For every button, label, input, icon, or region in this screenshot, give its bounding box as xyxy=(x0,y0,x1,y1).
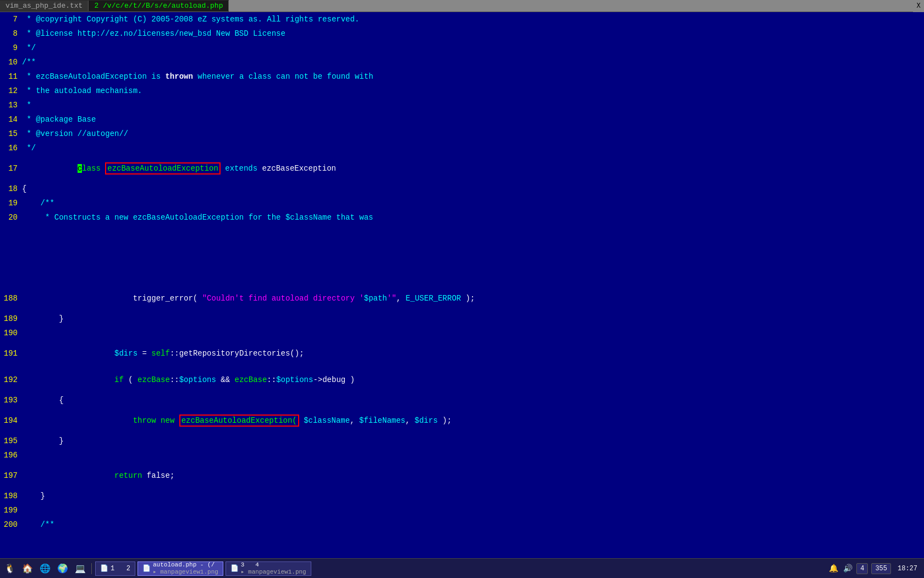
taskbar: 🐧 🏠 🌐 🌍 💻 📄 1 2 📄 autoload.php - (/ ▸ ma… xyxy=(0,558,924,578)
taskbar-separator-1 xyxy=(91,563,92,574)
code-line-195: 195 } xyxy=(0,434,924,448)
tab-autoload[interactable]: 2 /v/c/e/t//B/s/e/autoload.php xyxy=(89,1,229,11)
browser-icon-btn[interactable]: 🌐 xyxy=(37,561,53,576)
top-pane: 7 * @copyright Copyright (C) 2005-2008 e… xyxy=(0,12,924,285)
files-icon-btn[interactable]: 💻 xyxy=(73,561,88,576)
code-line-14: 14 * @package Base xyxy=(0,112,924,127)
tab-vim-ide[interactable]: vim_as_php_ide.txt xyxy=(0,1,89,11)
clock: 18:27 xyxy=(893,565,922,572)
code-line-12: 12 * the autoload mechanism. xyxy=(0,84,924,98)
taskbar-btn-34[interactable]: 📄 3 4 ▸ manpageview1.png xyxy=(226,561,311,576)
taskbar-btn-12[interactable]: 📄 1 2 xyxy=(95,561,135,576)
close-button[interactable]: X xyxy=(913,0,924,12)
highlight-class-name: ezcBaseAutoloadException xyxy=(105,162,221,175)
num-badge-355: 355 xyxy=(875,565,887,572)
code-line-196: 196 xyxy=(0,448,924,462)
tab1-label: vim_as_php_ide.txt xyxy=(6,2,82,10)
code-line-9: 9 */ xyxy=(0,41,924,55)
code-line-198: 198 } xyxy=(0,489,924,503)
titlebar: vim_as_php_ide.txt 2 /v/c/e/t//B/s/e/aut… xyxy=(0,0,924,12)
code-line-19: 19 /** xyxy=(0,196,924,210)
code-line-194: 194 throw new ezcBaseAutoloadException( … xyxy=(0,407,924,434)
taskbar-btn-autoload[interactable]: 📄 autoload.php - (/ ▸ manpageview1.png xyxy=(138,561,223,576)
code-line-192: 192 if ( ezcBase::$options && ezcBase::$… xyxy=(0,367,924,393)
code-line-191: 191 $dirs = self::getRepositoryDirectori… xyxy=(0,340,924,367)
code-line-17: 17 class ezcBaseAutoloadException extend… xyxy=(0,155,924,182)
code-line-190: 190 xyxy=(0,326,924,340)
code-line-197: 197 return false; xyxy=(0,462,924,489)
cursor: c xyxy=(78,164,82,173)
code-line-8: 8 * @license http://ez.no/licenses/new_b… xyxy=(0,26,924,41)
top-code-area[interactable]: 7 * @copyright Copyright (C) 2005-2008 e… xyxy=(0,12,924,285)
home-icon-btn[interactable]: 🏠 xyxy=(20,561,35,576)
code-line-188: 188 trigger_error( "Couldn't find autolo… xyxy=(0,285,924,312)
sys-tray: 🔔 🔊 4 355 xyxy=(828,563,891,574)
titlebar-spacer xyxy=(229,0,913,12)
code-line-13: 13 * xyxy=(0,98,924,112)
tab2-label: 2 /v/c/e/t//B/s/e/autoload.php xyxy=(94,2,223,10)
num-badge-4: 4 xyxy=(860,565,864,572)
bottom-pane: 188 trigger_error( "Couldn't find autolo… xyxy=(0,285,924,558)
code-line-10: 10 /** xyxy=(0,55,924,69)
code-line-15: 15 * @version //autogen// xyxy=(0,127,924,141)
volume-icon[interactable]: 🔊 xyxy=(842,563,853,574)
globe-icon-btn[interactable]: 🌍 xyxy=(55,561,70,576)
start-button[interactable]: 🐧 xyxy=(2,561,18,576)
highlight-exception-throw: ezcBaseAutoloadException( xyxy=(179,415,299,427)
code-line-7: 7 * @copyright Copyright (C) 2005-2008 e… xyxy=(0,12,924,26)
code-line-18: 18 { xyxy=(0,182,924,196)
code-line-193: 193 { xyxy=(0,393,924,407)
editor: 7 * @copyright Copyright (C) 2005-2008 e… xyxy=(0,12,924,558)
network-icon[interactable]: 🔔 xyxy=(828,563,839,574)
code-line-200: 200 /** xyxy=(0,517,924,532)
bottom-code-area[interactable]: 188 trigger_error( "Couldn't find autolo… xyxy=(0,285,924,558)
code-line-199: 199 xyxy=(0,503,924,517)
code-line-16: 16 */ xyxy=(0,141,924,155)
code-line-189: 189 } xyxy=(0,312,924,326)
code-line-11: 11 * ezcBaseAutoloadException is thrown … xyxy=(0,69,924,84)
code-line-20: 20 * Constructs a new ezcBaseAutoloadExc… xyxy=(0,210,924,225)
